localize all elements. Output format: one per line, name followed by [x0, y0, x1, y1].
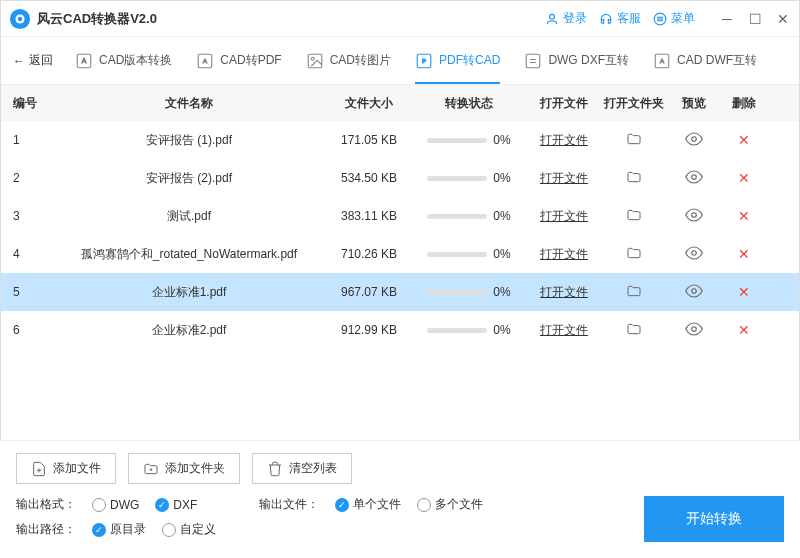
open-file-link[interactable]: 打开文件 [540, 323, 588, 337]
user-icon [545, 12, 559, 26]
radio-dwg-label: DWG [110, 498, 139, 512]
delete-button[interactable]: ✕ [738, 246, 750, 262]
tab-cad-image[interactable]: CAD转图片 [296, 37, 401, 84]
convert-button[interactable]: 开始转换 [644, 496, 784, 542]
open-file-link[interactable]: 打开文件 [540, 247, 588, 261]
radio-dwg[interactable]: DWG [92, 498, 139, 512]
radio-icon [417, 498, 431, 512]
tab-label: CAD版本转换 [99, 52, 172, 69]
trash-icon [267, 461, 283, 477]
open-folder-button[interactable] [626, 207, 642, 223]
table-row[interactable]: 1 安评报告 (1).pdf 171.05 KB 0% 打开文件 ✕ [1, 121, 799, 159]
svg-point-23 [692, 288, 697, 293]
th-preview: 预览 [669, 95, 719, 112]
pdf-icon: A [196, 52, 214, 70]
cell-num: 1 [9, 133, 49, 147]
folder-add-icon [143, 461, 159, 477]
svg-point-2 [18, 16, 23, 21]
table-row[interactable]: 3 测试.pdf 383.11 KB 0% 打开文件 ✕ [1, 197, 799, 235]
maximize-button[interactable]: ☐ [747, 11, 763, 27]
pdf-to-cad-icon: P [415, 52, 433, 70]
login-label: 登录 [563, 10, 587, 27]
open-file-link[interactable]: 打开文件 [540, 133, 588, 147]
output-format-label: 输出格式： [16, 496, 76, 513]
preview-button[interactable] [685, 320, 703, 338]
tab-label: CAD DWF互转 [677, 52, 757, 69]
add-folder-button[interactable]: 添加文件夹 [128, 453, 240, 484]
menu-label: 菜单 [671, 10, 695, 27]
tab-dwg-dxf[interactable]: DWG DXF互转 [514, 37, 639, 84]
open-file-link[interactable]: 打开文件 [540, 285, 588, 299]
preview-button[interactable] [685, 168, 703, 186]
progress-percent: 0% [493, 133, 510, 147]
cell-num: 6 [9, 323, 49, 337]
progress-bar [427, 214, 487, 219]
tab-label: DWG DXF互转 [548, 52, 629, 69]
open-folder-button[interactable] [626, 283, 642, 299]
service-button[interactable]: 客服 [599, 10, 641, 27]
svg-point-21 [692, 212, 697, 217]
progress-percent: 0% [493, 209, 510, 223]
table-row[interactable]: 2 安评报告 (2).pdf 534.50 KB 0% 打开文件 ✕ [1, 159, 799, 197]
cell-name: 企业标准2.pdf [49, 322, 329, 339]
delete-button[interactable]: ✕ [738, 132, 750, 148]
th-folder: 打开文件夹 [599, 95, 669, 112]
delete-button[interactable]: ✕ [738, 170, 750, 186]
titlebar-right: 登录 客服 菜单 ─ ☐ ✕ [545, 10, 791, 27]
preview-button[interactable] [685, 130, 703, 148]
open-folder-button[interactable] [626, 321, 642, 337]
radio-dxf[interactable]: ✓ DXF [155, 498, 197, 512]
swap-icon [524, 52, 542, 70]
radio-single-file[interactable]: ✓ 单个文件 [335, 496, 401, 513]
back-label: 返回 [29, 52, 53, 69]
delete-button[interactable]: ✕ [738, 284, 750, 300]
tab-cad-version[interactable]: A CAD版本转换 [65, 37, 182, 84]
open-folder-button[interactable] [626, 169, 642, 185]
svg-text:A: A [660, 58, 664, 64]
radio-multi-file[interactable]: 多个文件 [417, 496, 483, 513]
add-file-label: 添加文件 [53, 460, 101, 477]
table-row[interactable]: 4 孤鸿寡鹄个和_rotated_NoWatermark.pdf 710.26 … [1, 235, 799, 273]
image-icon [306, 52, 324, 70]
preview-button[interactable] [685, 206, 703, 224]
close-button[interactable]: ✕ [775, 11, 791, 27]
open-file-link[interactable]: 打开文件 [540, 209, 588, 223]
tab-cad-dwf[interactable]: A CAD DWF互转 [643, 37, 767, 84]
output-file-label: 输出文件： [259, 496, 319, 513]
add-file-button[interactable]: 添加文件 [16, 453, 116, 484]
svg-point-13 [311, 57, 314, 60]
menu-button[interactable]: 菜单 [653, 10, 695, 27]
radio-dxf-label: DXF [173, 498, 197, 512]
open-folder-button[interactable] [626, 245, 642, 261]
cell-name: 测试.pdf [49, 208, 329, 225]
tab-cad-pdf[interactable]: A CAD转PDF [186, 37, 291, 84]
open-file-link[interactable]: 打开文件 [540, 171, 588, 185]
cell-size: 534.50 KB [329, 171, 409, 185]
preview-button[interactable] [685, 244, 703, 262]
table-row[interactable]: 5 企业标准1.pdf 967.07 KB 0% 打开文件 ✕ [1, 273, 799, 311]
clear-list-button[interactable]: 清空列表 [252, 453, 352, 484]
minimize-button[interactable]: ─ [719, 11, 735, 27]
tab-pdf-cad[interactable]: P PDF转CAD [405, 37, 510, 84]
svg-point-19 [692, 136, 697, 141]
radio-original-dir[interactable]: ✓ 原目录 [92, 521, 146, 538]
login-button[interactable]: 登录 [545, 10, 587, 27]
svg-point-24 [692, 326, 697, 331]
back-button[interactable]: ← 返回 [13, 52, 53, 69]
svg-point-22 [692, 250, 697, 255]
progress-bar [427, 138, 487, 143]
preview-button[interactable] [685, 282, 703, 300]
convert-label: 开始转换 [686, 510, 742, 526]
file-add-icon [31, 461, 47, 477]
cell-status: 0% [409, 171, 529, 185]
table-row[interactable]: 6 企业标准2.pdf 912.99 KB 0% 打开文件 ✕ [1, 311, 799, 349]
delete-button[interactable]: ✕ [738, 322, 750, 338]
delete-button[interactable]: ✕ [738, 208, 750, 224]
table-header: 编号 文件名称 文件大小 转换状态 打开文件 打开文件夹 预览 删除 [1, 85, 799, 121]
radio-checked-icon: ✓ [92, 523, 106, 537]
output-path-label: 输出路径： [16, 521, 76, 538]
progress-percent: 0% [493, 285, 510, 299]
app-title: 风云CAD转换器V2.0 [37, 10, 157, 28]
open-folder-button[interactable] [626, 131, 642, 147]
radio-custom[interactable]: 自定义 [162, 521, 216, 538]
